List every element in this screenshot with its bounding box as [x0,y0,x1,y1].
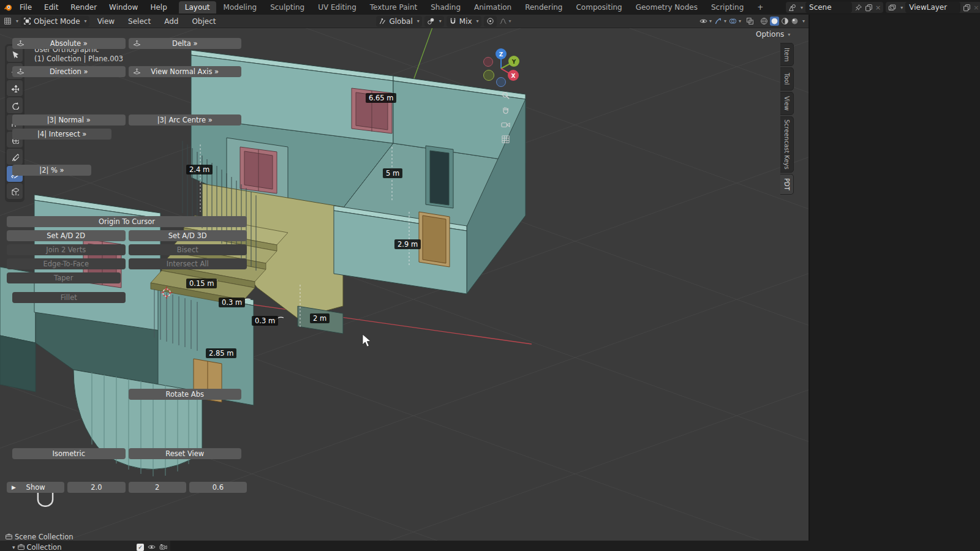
pdt-view-normal-button[interactable]: View Normal Axis » [129,66,242,77]
add-workspace-button[interactable]: + [751,1,769,13]
rotate-abs-button[interactable]: Rotate Abs [129,389,242,400]
sidebar-tab-tool[interactable]: Tool [780,67,794,91]
workspace-tab-shading[interactable]: Shading [424,1,467,13]
falloff-dropdown[interactable]: ▾ [499,17,511,25]
workspace-tab-rendering[interactable]: Rendering [519,1,568,13]
workplane-icon [17,67,24,75]
pdt-arc-centre-button[interactable]: |3| Arc Centre » [129,114,242,126]
menu-file[interactable]: File [14,2,37,13]
pdt-direction-button[interactable]: Direction » [12,66,126,77]
pivot-size-field[interactable]: 2.0 [67,482,125,493]
rendered-shading-icon[interactable] [791,17,799,25]
workspace-tab-layout[interactable]: Layout [179,1,216,13]
menu-render[interactable]: Render [65,2,102,13]
new-viewlayer-icon[interactable] [963,4,971,12]
fillet-button[interactable]: Fillet [12,292,126,303]
workspace-tab-scripting[interactable]: Scripting [705,1,750,13]
move-tool[interactable] [7,80,23,96]
workspace-tab-geometry-nodes[interactable]: Geometry Nodes [630,1,704,13]
rotate-tool[interactable] [7,97,23,113]
chevron-down-icon: ▾ [509,18,511,24]
menu-select[interactable]: Select [123,16,156,27]
toggle-ortho-grid-icon[interactable] [501,135,510,144]
wireframe-shading-icon[interactable] [760,17,768,25]
show-gizmo-dropdown[interactable]: ▾ [699,17,712,25]
3d-viewport[interactable]: Z Y X [0,28,810,541]
scene-selector[interactable]: ▾ Scene × [786,2,883,13]
blender-logo-icon[interactable] [4,3,13,12]
pdt-absolute-button[interactable]: Absolute » [12,38,126,49]
snap-dropdown[interactable]: Mix ▾ [447,16,481,27]
scene-name-field[interactable]: Scene [805,2,852,13]
taper-button[interactable]: Taper [7,272,121,283]
sidebar-tab-screencast-keys[interactable]: Screencast Keys [780,116,794,173]
menu-view[interactable]: View [92,16,120,27]
collection-checkbox[interactable]: ✓ [137,544,144,551]
axis-neg-z-ball[interactable] [497,78,506,87]
viewlayer-name-field[interactable]: ViewLayer [905,2,960,13]
solid-shading-icon[interactable] [770,17,779,26]
viewlayer-selector[interactable]: ▾ ViewLayer × [886,2,980,13]
menu-object[interactable]: Object [186,16,221,27]
caret-down-icon[interactable]: ▾ [12,544,15,550]
menu-edit[interactable]: Edit [39,2,64,13]
zoom-icon[interactable] [501,91,510,100]
menu-help[interactable]: Help [145,2,172,13]
axis-x-label: X [511,73,516,79]
workspace-tab-texture-paint[interactable]: Texture Paint [364,1,423,13]
reset-view-button[interactable]: Reset View [129,448,242,459]
workspace-tab-sculpting[interactable]: Sculpting [264,1,311,13]
gizmos-toggle[interactable]: ▾ [714,17,726,25]
isometric-button[interactable]: Isometric [12,448,126,459]
options-button[interactable]: Options▾ [756,30,790,39]
bisect-button[interactable]: Bisect [129,244,247,255]
pan-hand-icon[interactable] [501,105,510,114]
outliner-row-collection[interactable]: ▾ Collection ✓ [0,542,170,551]
add-cube-tool[interactable] [7,183,23,199]
workspace-tab-compositing[interactable]: Compositing [570,1,628,13]
sidebar-tab-pdt[interactable]: PDT [780,174,794,195]
material-preview-icon[interactable] [781,17,789,25]
transform-orientation-dropdown[interactable]: Global ▾ [376,16,421,27]
annotate-tool[interactable] [7,149,23,165]
editor-type-icon[interactable] [4,17,12,25]
pivot-point-dropdown[interactable]: ▾ [424,16,444,27]
camera-view-icon[interactable] [501,120,510,129]
xray-toggle[interactable] [746,17,754,25]
edge-to-face-button[interactable]: Edge-To-Face [7,258,126,269]
outliner-row-scene-collection[interactable]: Scene Collection [0,531,170,542]
axis-neg-y-ball[interactable] [484,70,494,81]
join-2-verts-button[interactable]: Join 2 Verts [7,244,126,255]
overlays-toggle[interactable]: ▾ [729,17,741,25]
eye-icon[interactable] [148,543,156,551]
menu-window[interactable]: Window [104,2,143,13]
workspace-tab-animation[interactable]: Animation [468,1,518,13]
sidebar-tab-item[interactable]: Item [780,43,794,66]
pivot-width-field[interactable]: 2 [129,482,186,493]
close-icon[interactable]: × [875,4,881,12]
origin-to-cursor-button[interactable]: Origin To Cursor [7,216,247,227]
pdt-intersect-button[interactable]: |4| Intersect » [12,129,111,140]
mode-dropdown[interactable]: Object Mode ▾ [21,16,89,27]
pivot-alpha-field[interactable]: 0.6 [189,482,247,493]
workspace-tab-modeling[interactable]: Modeling [217,1,263,13]
measurement-label: 2 m [310,313,330,323]
proportional-editing-toggle[interactable] [484,16,497,27]
intersect-all-button[interactable]: Intersect All [129,258,247,269]
axis-neg-x-ball[interactable] [484,58,493,67]
set-ad-2d-button[interactable]: Set A/D 2D [7,230,126,241]
pdt-delta-button[interactable]: Delta » [129,38,242,49]
pin-icon[interactable] [854,4,862,12]
sidebar-tab-view[interactable]: View [780,92,794,115]
workspace-tab-uv-editing[interactable]: UV Editing [312,1,363,13]
menu-add[interactable]: Add [159,16,184,27]
pdt-percent-button[interactable]: |2| % » [12,165,91,176]
region-splitter[interactable] [809,15,810,541]
chevron-down-icon: ▾ [802,18,805,24]
camera-icon[interactable] [159,543,167,551]
chevron-down-icon: ▾ [439,18,442,24]
pivot-show-button[interactable]: ▶Show [7,482,64,493]
set-ad-3d-button[interactable]: Set A/D 3D [129,230,247,241]
pdt-normal-button[interactable]: |3| Normal » [12,114,126,126]
new-scene-icon[interactable] [865,4,873,12]
